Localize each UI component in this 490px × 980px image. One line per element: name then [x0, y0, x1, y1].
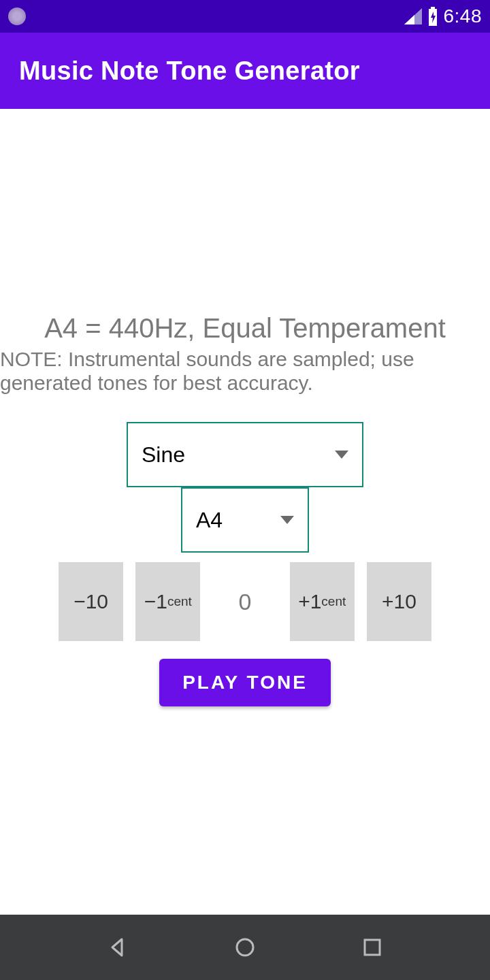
svg-point-2 [237, 939, 253, 956]
minus-10-button[interactable]: −10 [59, 562, 123, 641]
chevron-down-icon [335, 451, 348, 459]
waveform-select[interactable]: Sine [127, 422, 363, 487]
cents-value: 0 [212, 589, 277, 615]
plus-10-button[interactable]: +10 [367, 562, 431, 641]
minus-1-cent-button[interactable]: −1cent [135, 562, 200, 641]
status-bar: 6:48 [0, 0, 490, 33]
cents-adjust-row: −10 −1cent 0 +1cent +10 [0, 562, 490, 641]
app-title: Music Note Tone Generator [19, 56, 360, 86]
battery-charging-icon [427, 7, 438, 26]
status-clock: 6:48 [444, 5, 483, 27]
back-button[interactable] [104, 934, 131, 961]
play-tone-button[interactable]: PLAY TONE [159, 659, 331, 706]
svg-rect-3 [365, 940, 380, 955]
cellular-signal-icon [404, 8, 422, 24]
info-note: NOTE: Instrumental sounds are sampled; u… [0, 344, 490, 395]
app-loading-icon [8, 7, 26, 25]
home-button[interactable] [231, 934, 259, 961]
chevron-down-icon [280, 516, 294, 524]
tuning-heading: A4 = 440Hz, Equal Temperament [0, 313, 490, 344]
note-value: A4 [196, 508, 223, 533]
svg-rect-1 [431, 7, 435, 9]
note-select[interactable]: A4 [181, 487, 309, 553]
main-content: A4 = 440Hz, Equal Temperament NOTE: Inst… [0, 109, 490, 915]
waveform-value: Sine [142, 442, 185, 468]
app-bar: Music Note Tone Generator [0, 33, 490, 109]
navigation-bar [0, 915, 490, 980]
recent-apps-button[interactable] [359, 934, 386, 961]
plus-1-cent-button[interactable]: +1cent [290, 562, 355, 641]
